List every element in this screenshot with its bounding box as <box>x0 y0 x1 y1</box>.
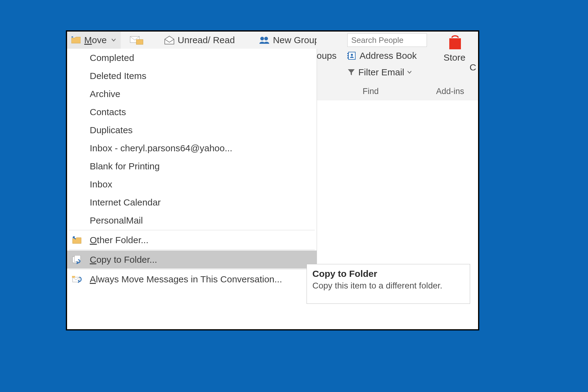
menu-item-label: Internet Calendar <box>90 197 161 208</box>
rules-button[interactable] <box>126 32 147 49</box>
menu-item-label: Deleted Items <box>90 71 146 81</box>
stage: Move <box>0 0 588 392</box>
filter-email-label: Filter Email <box>358 67 404 77</box>
search-people-input[interactable] <box>351 35 424 45</box>
dropdown-caret-icon <box>111 39 116 42</box>
unread-read-label: Unread/ Read <box>178 35 235 45</box>
funnel-icon <box>347 68 355 76</box>
addins-group-label: Add-ins <box>436 87 464 96</box>
ribbon-right-chunk: oups Address Book <box>317 32 478 100</box>
svg-point-2 <box>260 37 264 40</box>
svg-point-3 <box>264 37 268 40</box>
menu-item-label: Inbox - cheryl.parsons64@yahoo... <box>90 143 232 153</box>
address-book-button[interactable]: Address Book <box>347 51 417 61</box>
folder-arrow-icon <box>72 236 82 244</box>
outlook-window: Move <box>66 30 479 330</box>
svg-rect-7 <box>347 57 349 58</box>
move-label: Move <box>84 35 107 45</box>
new-group-label: New Group <box>273 35 319 45</box>
store-bag-icon <box>447 34 463 51</box>
menu-item-folder[interactable]: Blank for Printing <box>67 157 317 175</box>
menu-item-folder[interactable]: Completed <box>67 49 317 67</box>
tooltip-body: Copy this item to a different folder. <box>312 281 464 291</box>
browse-groups-fragment[interactable]: oups <box>317 51 341 61</box>
move-split-button[interactable]: Move <box>67 32 121 49</box>
menu-item-label: Completed <box>90 53 134 63</box>
menu-separator <box>69 269 315 270</box>
copy-folder-icon <box>72 255 82 264</box>
menu-item-label: Inbox <box>90 179 112 190</box>
menu-item-label: Duplicates <box>90 125 133 135</box>
move-dropdown-menu: Completed Deleted Items Archive Contacts… <box>67 49 317 288</box>
people-group-icon <box>259 36 270 44</box>
menu-item-folder[interactable]: Inbox - cheryl.parsons64@yahoo... <box>67 139 317 157</box>
svg-rect-5 <box>347 53 349 54</box>
menu-item-label: PersonalMail <box>90 215 143 226</box>
filter-email-button[interactable]: Filter Email <box>347 67 412 77</box>
tooltip-title: Copy to Folder <box>312 269 464 279</box>
address-book-icon <box>347 51 356 60</box>
dropdown-caret-icon <box>407 71 412 74</box>
menu-item-label: Copy to Folder... <box>90 254 157 265</box>
menu-item-folder[interactable]: Inbox <box>67 175 317 193</box>
menu-separator <box>69 250 315 250</box>
menu-item-folder[interactable]: PersonalMail <box>67 211 317 229</box>
menu-item-folder[interactable]: Archive <box>67 85 317 103</box>
svg-rect-1 <box>136 40 143 44</box>
svg-rect-9 <box>449 38 461 49</box>
svg-rect-13 <box>72 276 75 278</box>
menu-item-label: Archive <box>90 89 120 99</box>
store-label: Store <box>438 52 471 63</box>
svg-point-8 <box>351 54 353 56</box>
svg-rect-6 <box>347 55 349 56</box>
envelope-open-icon <box>164 36 175 45</box>
menu-item-folder[interactable]: Contacts <box>67 103 317 121</box>
menu-item-folder[interactable]: Deleted Items <box>67 67 317 85</box>
menu-item-label: Blank for Printing <box>90 161 160 172</box>
menu-item-label: Other Folder... <box>90 235 149 245</box>
store-button[interactable]: Store <box>438 34 471 63</box>
always-move-icon <box>72 275 82 283</box>
right-edge-fragment: C <box>469 62 476 73</box>
menu-item-folder[interactable]: Duplicates <box>67 121 317 139</box>
menu-item-always-move[interactable]: Always Move Messages in This Conversatio… <box>67 270 317 288</box>
menu-item-label: Contacts <box>90 107 126 117</box>
menu-item-copy-to-folder[interactable]: Copy to Folder... <box>67 251 317 269</box>
menu-separator <box>69 230 315 230</box>
search-people-box[interactable] <box>347 33 427 47</box>
find-group-label: Find <box>363 87 379 96</box>
unread-read-button[interactable]: Unread/ Read <box>151 32 248 49</box>
tooltip-copy-to-folder: Copy to Folder Copy this item to a diffe… <box>307 264 470 304</box>
address-book-label: Address Book <box>360 51 417 61</box>
move-folder-icon <box>71 36 81 44</box>
new-group-button[interactable]: New Group <box>252 32 326 49</box>
menu-item-label: Always Move Messages in This Conversatio… <box>90 274 282 285</box>
menu-item-folder[interactable]: Internet Calendar <box>67 193 317 211</box>
menu-item-other-folder[interactable]: Other Folder... <box>67 231 317 249</box>
